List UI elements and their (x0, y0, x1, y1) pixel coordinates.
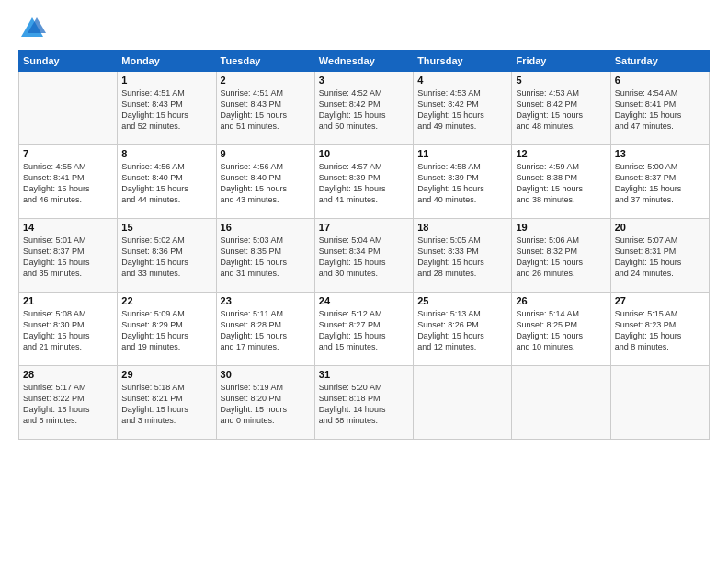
day-info: Sunrise: 4:56 AM Sunset: 8:40 PM Dayligh… (221, 161, 311, 206)
day-info: Sunrise: 5:18 AM Sunset: 8:21 PM Dayligh… (121, 382, 211, 427)
day-number: 15 (121, 222, 211, 233)
day-info: Sunrise: 5:00 AM Sunset: 8:37 PM Dayligh… (615, 161, 705, 206)
day-cell: 31Sunrise: 5:20 AM Sunset: 8:18 PM Dayli… (314, 366, 413, 440)
day-number: 30 (221, 369, 311, 380)
day-number: 12 (516, 148, 606, 159)
day-number: 13 (615, 148, 705, 159)
day-number: 9 (221, 148, 311, 159)
week-row-4: 28Sunrise: 5:17 AM Sunset: 8:22 PM Dayli… (19, 366, 710, 440)
day-number: 5 (516, 75, 606, 86)
day-number: 21 (23, 295, 113, 306)
day-cell: 19Sunrise: 5:06 AM Sunset: 8:32 PM Dayli… (512, 219, 610, 293)
day-info: Sunrise: 4:51 AM Sunset: 8:43 PM Dayligh… (121, 87, 211, 132)
day-number: 7 (23, 148, 113, 159)
header (18, 15, 710, 42)
day-cell: 22Sunrise: 5:09 AM Sunset: 8:29 PM Dayli… (118, 293, 216, 366)
day-number: 6 (615, 75, 705, 86)
day-cell: 16Sunrise: 5:03 AM Sunset: 8:35 PM Dayli… (216, 219, 314, 293)
day-number: 23 (221, 295, 311, 306)
day-number: 4 (417, 75, 507, 86)
day-info: Sunrise: 5:02 AM Sunset: 8:36 PM Dayligh… (121, 235, 211, 280)
header-cell-saturday: Saturday (610, 51, 709, 72)
day-info: Sunrise: 5:20 AM Sunset: 8:18 PM Dayligh… (319, 382, 409, 427)
day-cell: 4Sunrise: 4:53 AM Sunset: 8:42 PM Daylig… (414, 72, 512, 145)
day-info: Sunrise: 4:54 AM Sunset: 8:41 PM Dayligh… (615, 87, 705, 132)
day-info: Sunrise: 5:05 AM Sunset: 8:33 PM Dayligh… (417, 235, 507, 280)
day-number: 17 (319, 222, 409, 233)
day-info: Sunrise: 4:57 AM Sunset: 8:39 PM Dayligh… (319, 161, 409, 206)
week-row-1: 7Sunrise: 4:55 AM Sunset: 8:41 PM Daylig… (19, 145, 710, 219)
day-cell: 13Sunrise: 5:00 AM Sunset: 8:37 PM Dayli… (610, 145, 709, 219)
day-info: Sunrise: 5:07 AM Sunset: 8:31 PM Dayligh… (615, 235, 705, 280)
day-number: 16 (221, 222, 311, 233)
header-cell-thursday: Thursday (414, 51, 512, 72)
day-number: 28 (23, 369, 113, 380)
day-number: 24 (319, 295, 409, 306)
day-cell: 29Sunrise: 5:18 AM Sunset: 8:21 PM Dayli… (118, 366, 216, 440)
day-number: 14 (23, 222, 113, 233)
day-cell: 2Sunrise: 4:51 AM Sunset: 8:43 PM Daylig… (216, 72, 314, 145)
day-cell (414, 366, 512, 440)
day-number: 10 (319, 148, 409, 159)
day-cell: 9Sunrise: 4:56 AM Sunset: 8:40 PM Daylig… (216, 145, 314, 219)
day-cell: 12Sunrise: 4:59 AM Sunset: 8:38 PM Dayli… (512, 145, 610, 219)
day-number: 26 (516, 295, 606, 306)
day-cell: 27Sunrise: 5:15 AM Sunset: 8:23 PM Dayli… (610, 293, 709, 366)
day-number: 19 (516, 222, 606, 233)
day-cell: 3Sunrise: 4:52 AM Sunset: 8:42 PM Daylig… (314, 72, 413, 145)
day-info: Sunrise: 4:51 AM Sunset: 8:43 PM Dayligh… (221, 87, 311, 132)
day-cell: 15Sunrise: 5:02 AM Sunset: 8:36 PM Dayli… (118, 219, 216, 293)
day-cell: 10Sunrise: 4:57 AM Sunset: 8:39 PM Dayli… (314, 145, 413, 219)
day-number: 27 (615, 295, 705, 306)
day-number: 22 (121, 295, 211, 306)
day-info: Sunrise: 4:56 AM Sunset: 8:40 PM Dayligh… (121, 161, 211, 206)
week-row-0: 1Sunrise: 4:51 AM Sunset: 8:43 PM Daylig… (19, 72, 710, 145)
day-info: Sunrise: 5:04 AM Sunset: 8:34 PM Dayligh… (319, 235, 409, 280)
day-number: 3 (319, 75, 409, 86)
day-info: Sunrise: 5:03 AM Sunset: 8:35 PM Dayligh… (221, 235, 311, 280)
day-number: 18 (417, 222, 507, 233)
day-info: Sunrise: 4:58 AM Sunset: 8:39 PM Dayligh… (417, 161, 507, 206)
day-cell: 28Sunrise: 5:17 AM Sunset: 8:22 PM Dayli… (19, 366, 118, 440)
header-cell-monday: Monday (118, 51, 216, 72)
day-cell: 8Sunrise: 4:56 AM Sunset: 8:40 PM Daylig… (118, 145, 216, 219)
day-info: Sunrise: 4:53 AM Sunset: 8:42 PM Dayligh… (516, 87, 606, 132)
day-number: 8 (121, 148, 211, 159)
day-number: 1 (121, 75, 211, 86)
day-cell: 20Sunrise: 5:07 AM Sunset: 8:31 PM Dayli… (610, 219, 709, 293)
day-cell (610, 366, 709, 440)
header-cell-sunday: Sunday (19, 51, 118, 72)
day-info: Sunrise: 5:01 AM Sunset: 8:37 PM Dayligh… (23, 235, 113, 280)
page: SundayMondayTuesdayWednesdayThursdayFrid… (0, 0, 728, 563)
day-info: Sunrise: 5:13 AM Sunset: 8:26 PM Dayligh… (417, 308, 507, 353)
day-info: Sunrise: 5:08 AM Sunset: 8:30 PM Dayligh… (23, 308, 113, 353)
day-number: 29 (121, 369, 211, 380)
logo-icon (18, 15, 46, 42)
header-cell-tuesday: Tuesday (216, 51, 314, 72)
day-number: 20 (615, 222, 705, 233)
day-cell: 26Sunrise: 5:14 AM Sunset: 8:25 PM Dayli… (512, 293, 610, 366)
day-number: 2 (221, 75, 311, 86)
day-cell: 7Sunrise: 4:55 AM Sunset: 8:41 PM Daylig… (19, 145, 118, 219)
day-info: Sunrise: 5:09 AM Sunset: 8:29 PM Dayligh… (121, 308, 211, 353)
day-cell: 25Sunrise: 5:13 AM Sunset: 8:26 PM Dayli… (414, 293, 512, 366)
day-info: Sunrise: 4:53 AM Sunset: 8:42 PM Dayligh… (417, 87, 507, 132)
day-cell: 5Sunrise: 4:53 AM Sunset: 8:42 PM Daylig… (512, 72, 610, 145)
day-cell: 14Sunrise: 5:01 AM Sunset: 8:37 PM Dayli… (19, 219, 118, 293)
day-info: Sunrise: 5:06 AM Sunset: 8:32 PM Dayligh… (516, 235, 606, 280)
day-cell: 11Sunrise: 4:58 AM Sunset: 8:39 PM Dayli… (414, 145, 512, 219)
day-number: 25 (417, 295, 507, 306)
day-cell: 23Sunrise: 5:11 AM Sunset: 8:28 PM Dayli… (216, 293, 314, 366)
day-info: Sunrise: 5:11 AM Sunset: 8:28 PM Dayligh… (221, 308, 311, 353)
day-cell: 21Sunrise: 5:08 AM Sunset: 8:30 PM Dayli… (19, 293, 118, 366)
day-info: Sunrise: 5:14 AM Sunset: 8:25 PM Dayligh… (516, 308, 606, 353)
day-cell: 24Sunrise: 5:12 AM Sunset: 8:27 PM Dayli… (314, 293, 413, 366)
calendar-table: SundayMondayTuesdayWednesdayThursdayFrid… (18, 50, 710, 440)
day-cell: 17Sunrise: 5:04 AM Sunset: 8:34 PM Dayli… (314, 219, 413, 293)
day-cell: 18Sunrise: 5:05 AM Sunset: 8:33 PM Dayli… (414, 219, 512, 293)
day-info: Sunrise: 4:59 AM Sunset: 8:38 PM Dayligh… (516, 161, 606, 206)
header-row: SundayMondayTuesdayWednesdayThursdayFrid… (19, 51, 710, 72)
week-row-3: 21Sunrise: 5:08 AM Sunset: 8:30 PM Dayli… (19, 293, 710, 366)
day-cell: 6Sunrise: 4:54 AM Sunset: 8:41 PM Daylig… (610, 72, 709, 145)
week-row-2: 14Sunrise: 5:01 AM Sunset: 8:37 PM Dayli… (19, 219, 710, 293)
